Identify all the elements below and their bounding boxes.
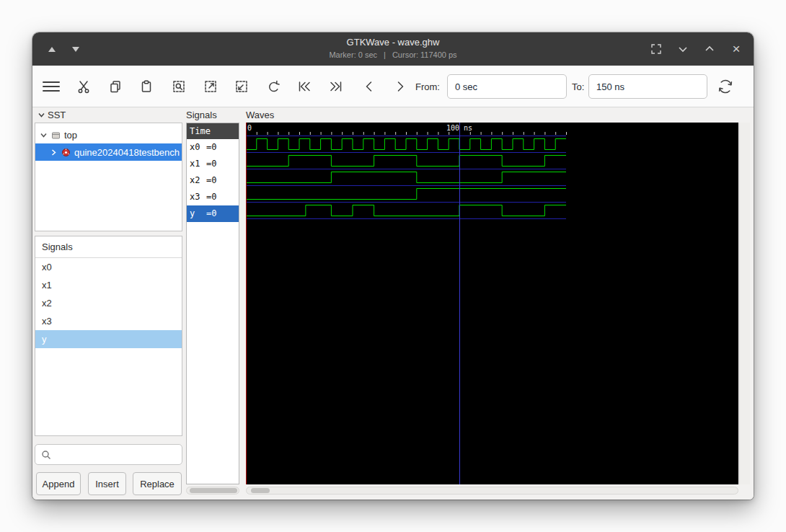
paste-icon[interactable]	[135, 75, 158, 98]
skip-to-start-icon[interactable]	[293, 75, 316, 98]
close-icon[interactable]: ×	[729, 42, 743, 56]
zoom-fit-icon[interactable]	[167, 75, 190, 98]
tree-item-testbench[interactable]: quine20240418testbench	[35, 143, 182, 161]
chevron-up-icon[interactable]	[702, 42, 717, 56]
cursor-status: Cursor: 117400 ps	[392, 50, 457, 59]
wave-canvas[interactable]: 0100 ns	[246, 123, 738, 484]
cut-icon[interactable]	[72, 75, 95, 98]
waveform-svg: 0100 ns	[246, 123, 738, 484]
signal-list-header: Signals	[186, 110, 217, 120]
list-item[interactable]: x0	[35, 258, 182, 276]
expander-down-icon[interactable]	[40, 131, 48, 139]
toolbar: From: To:	[32, 66, 754, 107]
to-label: To:	[572, 66, 584, 107]
titlebar-status: Marker: 0 sec | Cursor: 117400 ps	[32, 50, 754, 59]
desktop: GTKWave - wave.ghw Marker: 0 sec | Curso…	[0, 0, 786, 532]
waves-header: Waves	[246, 110, 274, 120]
signals-browser-header: Signals	[35, 236, 182, 258]
copy-icon[interactable]	[104, 75, 127, 98]
sst-tree-panel: top quine20240418testbench	[35, 123, 182, 231]
next-edge-icon[interactable]	[389, 75, 412, 98]
maximize-icon[interactable]	[649, 42, 663, 56]
chevron-down-icon[interactable]	[676, 42, 690, 56]
signal-search-box	[35, 444, 182, 465]
signal-row[interactable]: x3=0	[187, 189, 239, 205]
append-button[interactable]: Append	[36, 472, 81, 495]
signal-row[interactable]: x0=0	[187, 139, 239, 156]
reload-icon[interactable]	[714, 75, 737, 98]
sst-collapse-icon[interactable]	[37, 111, 45, 119]
skip-to-end-icon[interactable]	[324, 75, 348, 98]
tree-item-top[interactable]: top	[35, 126, 182, 143]
insert-button[interactable]: Insert	[88, 472, 126, 495]
list-item[interactable]: x3	[35, 312, 182, 330]
search-input[interactable]	[56, 449, 182, 460]
zoom-in-icon[interactable]	[199, 75, 222, 98]
titlebar[interactable]: GTKWave - wave.ghw Marker: 0 sec | Curso…	[32, 32, 754, 66]
from-label: From:	[415, 66, 440, 107]
replace-button[interactable]: Replace	[133, 472, 182, 495]
time-header[interactable]: Time	[187, 123, 239, 139]
scrollbar-thumb[interactable]	[251, 488, 270, 493]
signal-row[interactable]: x1=0	[187, 156, 239, 172]
list-item[interactable]: x1	[35, 276, 182, 294]
module-icon	[51, 130, 61, 140]
signal-name-panel: Time x0=0 x1=0 x2=0 x3=0 y=0	[186, 123, 239, 484]
undo-icon[interactable]	[262, 75, 285, 98]
list-item[interactable]: y	[35, 330, 182, 348]
component-icon	[61, 148, 71, 157]
tree-item-label: quine20240418testbench	[74, 147, 180, 158]
sst-pane-header: SST	[37, 110, 66, 120]
window-title: GTKWave - wave.ghw	[32, 37, 754, 48]
main-content: SST top	[32, 107, 754, 500]
signal-row[interactable]: y=0	[187, 205, 239, 222]
prev-edge-icon[interactable]	[358, 75, 381, 98]
signals-browser-panel: Signals x0 x1 x2 x3 y	[35, 236, 182, 436]
scrollbar-thumb[interactable]	[190, 488, 237, 493]
sst-label: SST	[48, 110, 66, 120]
expander-right-icon[interactable]	[50, 148, 58, 156]
marker-status: Marker: 0 sec	[329, 50, 377, 59]
window-controls: ×	[649, 32, 743, 66]
list-item[interactable]: x2	[35, 294, 182, 312]
gtkwave-window: GTKWave - wave.ghw Marker: 0 sec | Curso…	[32, 32, 754, 500]
status-separator: |	[384, 50, 386, 59]
zoom-out-icon[interactable]	[230, 75, 253, 98]
search-icon	[41, 450, 51, 460]
to-input[interactable]	[588, 74, 707, 99]
signal-row[interactable]: x2=0	[187, 172, 239, 189]
svg-text:0: 0	[247, 124, 252, 132]
from-input[interactable]	[447, 74, 567, 99]
waves-vscrollbar[interactable]	[739, 123, 750, 484]
signal-list-hscrollbar[interactable]	[186, 487, 239, 495]
menu-button[interactable]	[40, 75, 63, 98]
tree-item-label: top	[64, 130, 77, 141]
waves-hscrollbar[interactable]	[246, 487, 738, 495]
